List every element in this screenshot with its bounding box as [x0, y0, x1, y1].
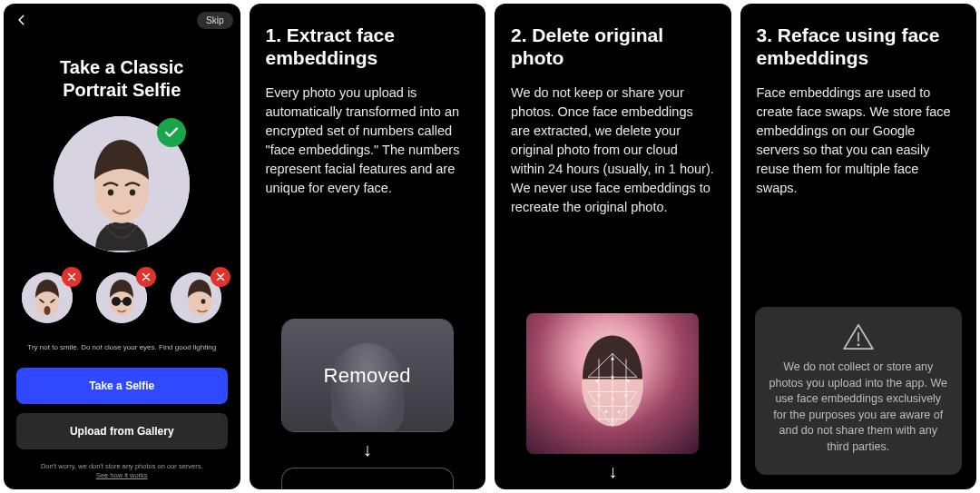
original-photo-card	[526, 313, 699, 454]
step-content: 2. Delete original photo We do not keep …	[495, 4, 731, 217]
svg-point-24	[612, 419, 614, 421]
svg-rect-11	[120, 301, 123, 302]
removed-photo-card: Removed	[281, 319, 454, 432]
svg-point-3	[130, 189, 135, 195]
arrow-down-icon: ↓	[608, 461, 617, 482]
privacy-notice-box: We do not collect or store any photos yo…	[755, 307, 963, 475]
back-button[interactable]	[11, 9, 33, 31]
svg-point-21	[625, 393, 628, 396]
check-icon	[163, 124, 180, 141]
disclaimer-line: Don't worry, we don't store any photos o…	[41, 462, 203, 470]
invalid-example-3	[171, 272, 221, 323]
step-body: We do not keep or share your photos. Onc…	[511, 84, 715, 217]
disclaimer-text: Don't worry, we don't store any photos o…	[4, 462, 240, 480]
take-selfie-button[interactable]: Take a Selfie	[16, 368, 228, 404]
valid-badge	[157, 118, 186, 147]
privacy-notice-text: We do not collect or store any photos yo…	[769, 360, 948, 455]
svg-point-22	[605, 409, 608, 412]
illustration-area: ↓	[495, 313, 731, 489]
how-it-works-link[interactable]: See how it works	[4, 471, 240, 480]
step-title: 2. Delete original photo	[511, 24, 715, 69]
svg-point-2	[108, 189, 113, 195]
step-title: 1. Extract face embeddings	[266, 24, 470, 69]
illustration-area: Removed ↓	[250, 319, 486, 489]
removed-label: Removed	[324, 364, 411, 388]
svg-point-16	[596, 379, 599, 381]
svg-point-10	[122, 297, 132, 306]
svg-point-20	[612, 397, 614, 399]
step-title: 3. Reface using face embeddings	[757, 24, 961, 69]
step-body: Face embeddings are used to create face …	[757, 84, 961, 198]
step-body: Every photo you upload is automatically …	[266, 84, 470, 198]
warning-icon	[842, 323, 875, 350]
x-icon	[66, 271, 77, 282]
x-icon	[215, 271, 226, 282]
invalid-example-1	[22, 272, 73, 323]
svg-point-9	[112, 297, 121, 306]
next-card-peek	[281, 468, 454, 489]
svg-point-19	[598, 393, 601, 396]
step-3-screen: 3. Reface using face embeddings Face emb…	[740, 4, 977, 489]
page-title: Take a Classic Portrait Selfie	[20, 56, 224, 102]
invalid-badge	[136, 267, 156, 287]
selfie-screen: Skip Take a Classic Portrait Selfie	[4, 4, 240, 489]
x-icon	[141, 271, 152, 282]
skip-button[interactable]: Skip	[197, 12, 232, 29]
svg-point-23	[618, 409, 621, 412]
invalid-badge	[211, 267, 230, 287]
svg-point-27	[857, 343, 859, 346]
step-1-screen: 1. Extract face embeddings Every photo y…	[250, 4, 486, 489]
top-bar: Skip	[4, 4, 240, 31]
invalid-example-2	[96, 272, 147, 323]
svg-point-17	[612, 375, 614, 378]
step-content: 1. Extract face embeddings Every photo y…	[250, 4, 486, 198]
main-avatar	[54, 116, 190, 252]
chevron-left-icon	[15, 14, 28, 26]
step-2-screen: 2. Delete original photo We do not keep …	[495, 4, 731, 489]
svg-point-25	[612, 357, 614, 360]
title-line-2: Portrait Selfie	[63, 80, 181, 100]
svg-point-14	[201, 299, 206, 304]
svg-point-18	[627, 379, 630, 381]
arrow-down-icon: ↓	[363, 439, 372, 460]
title-line-1: Take a Classic	[60, 57, 183, 77]
invalid-badge	[62, 267, 82, 287]
face-mesh-icon	[572, 331, 653, 440]
upload-gallery-button[interactable]: Upload from Gallery	[16, 413, 228, 449]
invalid-examples-row	[4, 272, 240, 323]
step-content: 3. Reface using face embeddings Face emb…	[740, 4, 977, 198]
svg-point-6	[44, 306, 51, 315]
hint-text: Try not to smile. Do not close your eyes…	[4, 343, 240, 351]
